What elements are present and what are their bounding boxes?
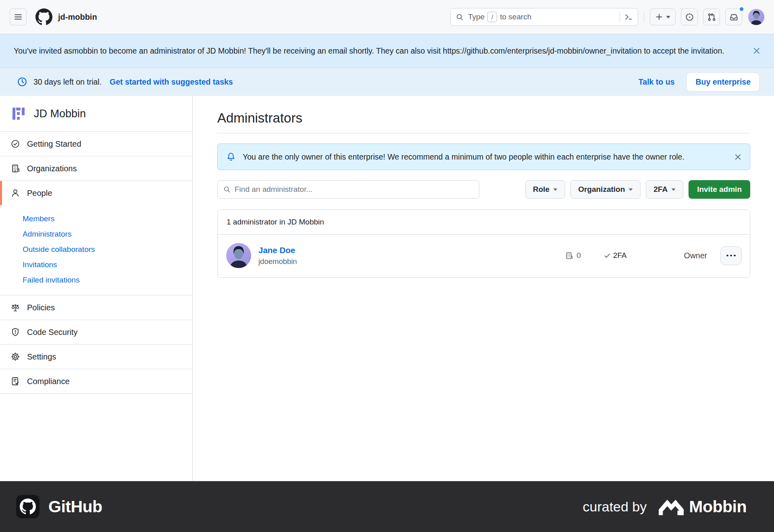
suggested-tasks-link[interactable]: Get started with suggested tasks: [110, 77, 233, 87]
sidebar-item-label: Getting Started: [27, 139, 81, 149]
sidebar-item-getting-started[interactable]: Getting Started: [0, 131, 192, 156]
enterprise-name: JD Mobbin: [34, 108, 86, 120]
subnav-item-administrators[interactable]: Administrators: [23, 229, 192, 239]
organization-icon: [565, 251, 573, 260]
chevron-down-icon: [553, 188, 558, 191]
check-icon: [603, 252, 611, 260]
sidebar-item-policies[interactable]: Policies: [0, 295, 192, 320]
github-footer-logo: [16, 495, 40, 518]
admin-avatar[interactable]: [226, 243, 251, 268]
table-row: Jane Doe jdoemobbin 0: [218, 235, 750, 277]
github-logo-icon: [20, 499, 36, 515]
search-icon: [223, 185, 231, 193]
admin-twofa-status: 2FA: [603, 251, 627, 260]
chevron-down-icon: [666, 16, 670, 19]
admin-role: Owner: [684, 251, 707, 260]
app-header: jd-mobbin Type / to search: [0, 0, 774, 34]
organization-filter-label: Organization: [578, 185, 625, 194]
twofa-filter-label: 2FA: [653, 185, 668, 194]
sidebar-item-label: Settings: [27, 352, 56, 362]
git-pull-request-icon: [707, 12, 716, 22]
tasklist-icon: [10, 376, 20, 386]
trial-banner: 30 days left on trial. Get started with …: [0, 68, 774, 96]
github-footer-brand: GitHub: [48, 497, 102, 516]
plus-icon: [655, 13, 663, 21]
filter-toolbar: Role Organization 2FA Invite admin: [217, 180, 750, 199]
twofa-filter-dropdown[interactable]: 2FA: [646, 180, 683, 199]
talk-to-us-link[interactable]: Talk to us: [639, 77, 675, 87]
role-filter-dropdown[interactable]: Role: [525, 180, 565, 199]
title-divider: [217, 133, 750, 133]
owner-warning-text: You are the only owner of this enterpris…: [243, 152, 685, 162]
find-administrator-search[interactable]: [217, 180, 479, 199]
row-actions-button[interactable]: [720, 246, 742, 265]
buy-enterprise-button[interactable]: Buy enterprise: [687, 73, 759, 91]
context-title[interactable]: jd-mobbin: [58, 12, 97, 22]
issue-opened-icon: [685, 12, 694, 22]
enterprise-sidebar: JD Mobbin Getting Started Organizations …: [0, 96, 193, 481]
org-count-value: 0: [576, 251, 581, 260]
hamburger-icon: [14, 12, 23, 21]
shield-icon: [10, 327, 20, 337]
role-filter-label: Role: [533, 185, 549, 194]
gear-icon: [10, 352, 20, 362]
bell-icon: [226, 152, 236, 162]
close-icon[interactable]: [753, 47, 760, 54]
kebab-icon: [726, 255, 728, 257]
sidebar-item-organizations[interactable]: Organizations: [0, 156, 192, 181]
main-content: Administrators You are the only owner of…: [193, 96, 774, 481]
law-icon: [10, 303, 20, 312]
inbox-icon: [729, 12, 739, 22]
subnav-item-invitations[interactable]: Invitations: [23, 260, 192, 269]
search-placeholder-suffix: to search: [500, 12, 531, 21]
check-circle-icon: [10, 139, 20, 149]
mobbin-logo-icon: [659, 498, 684, 515]
sidebar-item-settings[interactable]: Settings: [0, 344, 192, 369]
organization-icon: [10, 164, 20, 173]
user-avatar-image: [748, 9, 764, 25]
people-subnav: Members Administrators Outside collabora…: [0, 205, 192, 295]
invite-admin-button[interactable]: Invite admin: [689, 180, 750, 199]
admin-login: jdoemobbin: [258, 257, 297, 266]
sidebar-item-label: Code Security: [27, 328, 78, 337]
subnav-item-failed-invitations[interactable]: Failed invitations: [23, 275, 192, 285]
find-administrator-input[interactable]: [235, 185, 474, 194]
issues-button[interactable]: [681, 8, 698, 25]
github-logo-icon[interactable]: [35, 8, 52, 25]
unread-notification-dot: [739, 6, 744, 12]
owner-warning-notice: You are the only owner of this enterpris…: [217, 143, 750, 170]
sidebar-item-label: People: [27, 189, 52, 198]
hamburger-menu-button[interactable]: [10, 8, 27, 25]
curated-by-text: curated by: [583, 499, 647, 515]
user-avatar[interactable]: [748, 9, 764, 25]
global-search-input[interactable]: Type / to search: [450, 8, 638, 26]
close-icon[interactable]: [734, 154, 741, 160]
slash-keycap: /: [487, 12, 497, 22]
sidebar-item-label: Policies: [27, 303, 55, 312]
pull-requests-button[interactable]: [703, 8, 720, 25]
sidebar-item-label: Organizations: [27, 164, 77, 173]
chevron-down-icon: [671, 188, 676, 191]
sidebar-item-code-security[interactable]: Code Security: [0, 320, 192, 344]
list-header: 1 administrator in JD Mobbin: [218, 210, 750, 235]
invitation-flash-text: You've invited asmobbin to become an adm…: [14, 46, 724, 56]
subnav-item-outside-collaborators[interactable]: Outside collaborators: [23, 245, 192, 254]
twofa-label: 2FA: [613, 251, 627, 260]
enterprise-avatar: [10, 106, 27, 122]
create-new-button[interactable]: [650, 8, 676, 25]
command-palette-icon[interactable]: [624, 12, 633, 21]
admin-name-link[interactable]: Jane Doe: [258, 245, 297, 255]
search-placeholder-prefix: Type: [468, 12, 485, 21]
clock-icon: [17, 77, 27, 87]
enterprise-identity[interactable]: JD Mobbin: [0, 96, 192, 131]
administrators-list: 1 administrator in JD Mobbin Jane Doe jd…: [217, 210, 750, 278]
admin-organization-count: 0: [565, 251, 581, 260]
organization-filter-dropdown[interactable]: Organization: [570, 180, 641, 199]
person-icon: [10, 188, 20, 198]
sidebar-item-label: Compliance: [27, 377, 70, 386]
admin-avatar-image: [226, 243, 251, 268]
sidebar-item-people[interactable]: People: [0, 181, 192, 205]
sidebar-item-compliance[interactable]: Compliance: [0, 369, 192, 393]
page-title: Administrators: [217, 110, 750, 126]
subnav-item-members[interactable]: Members: [23, 214, 192, 223]
